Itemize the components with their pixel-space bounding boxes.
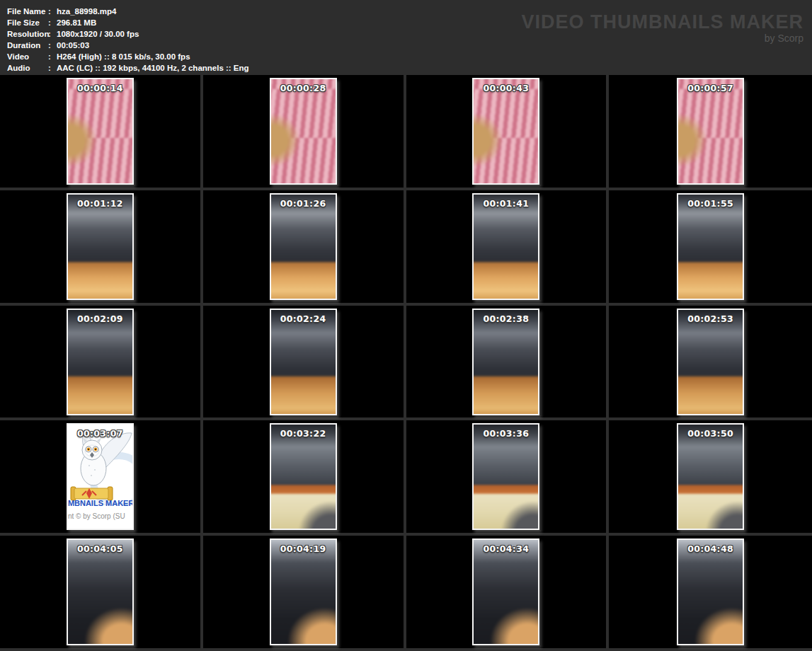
video-thumbnail: MBNAILS MAKER8 nt © by Scorp (SU 00:03:0…: [67, 423, 134, 530]
video-thumbnail: 00:01:55: [677, 193, 744, 300]
thumbnail-image: [270, 309, 337, 415]
meta-value: 296.81 MB: [57, 17, 96, 28]
thumbnail-image: [67, 309, 134, 415]
video-thumbnail: 00:00:43: [472, 78, 539, 185]
timestamp-overlay: 00:00:43: [474, 83, 538, 93]
video-thumbnail: 00:01:12: [67, 193, 134, 300]
timestamp-overlay: 00:02:53: [678, 313, 743, 324]
timestamp-overlay: 00:04:05: [68, 543, 132, 554]
grid-cell: 00:01:55: [609, 190, 812, 306]
timestamp-overlay: 00:02:09: [68, 313, 132, 324]
file-info: File Name : hza_88998.mp4 File Size : 29…: [7, 6, 249, 74]
file-info-row: File Name : hza_88998.mp4: [7, 6, 249, 17]
grid-cell: 00:02:53: [609, 306, 812, 421]
thumbnail-grid: 00:00:14 00:00:28 00:00:43 00:00:57 00:0…: [0, 75, 812, 651]
video-thumbnail: 00:02:38: [472, 309, 539, 415]
meta-value: H264 (High) :: 8 015 kb/s, 30.00 fps: [57, 51, 190, 62]
grid-cell: 00:02:38: [406, 306, 610, 421]
video-thumbnail: 00:01:41: [472, 193, 539, 300]
file-info-row: Resolution : 1080x1920 / 30.00 fps: [7, 28, 249, 40]
thumbnail-image: [472, 309, 539, 415]
meta-value: hza_88998.mp4: [57, 6, 116, 17]
timestamp-overlay: 00:01:26: [271, 198, 336, 209]
thumbnail-image: [472, 423, 539, 530]
timestamp-overlay: 00:03:07: [68, 428, 132, 439]
thumbnail-image: [270, 423, 337, 530]
meta-label: Resolution: [7, 28, 48, 40]
video-thumbnail: 00:04:05: [67, 538, 134, 645]
grid-cell: 00:00:14: [0, 75, 203, 190]
timestamp-overlay: 00:03:50: [678, 428, 743, 439]
timestamp-overlay: 00:01:55: [678, 198, 743, 209]
meta-colon: :: [48, 28, 57, 40]
video-thumbnail: 00:00:14: [67, 78, 134, 185]
meta-colon: :: [48, 51, 57, 62]
logo-text-line: MBNAILS MAKER8: [68, 499, 134, 507]
timestamp-overlay: 00:04:48: [678, 543, 743, 554]
video-thumbnail: 00:03:50: [677, 423, 744, 530]
video-thumbnail: 00:02:09: [67, 309, 134, 415]
timestamp-overlay: 00:02:38: [474, 313, 538, 324]
grid-cell: MBNAILS MAKER8 nt © by Scorp (SU 00:03:0…: [0, 420, 203, 536]
meta-label: Duration: [7, 40, 48, 51]
meta-label: Video: [7, 51, 48, 62]
grid-cell: 00:01:12: [0, 190, 203, 306]
meta-label: Audio: [7, 62, 48, 74]
meta-label: File Name: [7, 6, 48, 17]
thumbnail-image: [472, 193, 539, 300]
timestamp-overlay: 00:01:41: [474, 198, 538, 209]
thumbnail-image: [67, 193, 134, 300]
app-watermark: VIDEO THUMBNAILS MAKER by Scorp: [522, 13, 804, 44]
video-thumbnail: 00:00:28: [270, 78, 337, 185]
video-thumbnail: 00:02:53: [677, 309, 744, 415]
timestamp-overlay: 00:00:57: [678, 83, 743, 93]
thumbnail-image: [677, 193, 744, 300]
vtm-contact-sheet: File Name : hza_88998.mp4 File Size : 29…: [0, 0, 812, 651]
watermark-subtitle: by Scorp: [522, 33, 804, 44]
timestamp-overlay: 00:04:34: [474, 543, 538, 554]
grid-cell: 00:03:50: [609, 420, 812, 536]
video-thumbnail: 00:04:34: [472, 538, 539, 645]
thumbnail-image: [270, 78, 337, 185]
grid-cell: 00:04:05: [0, 536, 203, 651]
video-thumbnail: 00:02:24: [270, 309, 337, 415]
file-info-row: File Size : 296.81 MB: [7, 17, 249, 28]
meta-colon: :: [48, 17, 57, 28]
thumbnail-image: MBNAILS MAKER8 nt © by Scorp (SU: [68, 425, 132, 529]
video-thumbnail: 00:04:19: [270, 538, 337, 645]
thumbnail-image: [472, 78, 539, 185]
logo-text-copyright: nt © by Scorp (SU: [68, 512, 125, 520]
info-header: File Name : hza_88998.mp4 File Size : 29…: [0, 0, 812, 75]
meta-value: AAC (LC) :: 192 kbps, 44100 Hz, 2 channe…: [57, 62, 249, 74]
timestamp-overlay: 00:02:24: [271, 313, 336, 324]
meta-colon: :: [48, 62, 57, 74]
grid-cell: 00:02:09: [0, 306, 203, 421]
file-info-row: Audio : AAC (LC) :: 192 kbps, 44100 Hz, …: [7, 62, 249, 74]
thumbnail-image: [67, 538, 134, 645]
grid-cell: 00:00:28: [203, 75, 406, 190]
video-thumbnail: 00:01:26: [270, 193, 337, 300]
grid-cell: 00:04:48: [609, 536, 812, 651]
meta-value: 1080x1920 / 30.00 fps: [57, 28, 139, 40]
thumbnail-image: [67, 78, 134, 185]
thumbnail-image: [677, 423, 744, 530]
thumbnail-image: [270, 193, 337, 300]
timestamp-overlay: 00:03:36: [474, 428, 538, 439]
timestamp-overlay: 00:00:14: [68, 83, 132, 93]
meta-colon: :: [48, 40, 57, 51]
grid-cell: 00:01:41: [406, 190, 610, 306]
logo-text-main: MBNAILS MAKER: [68, 499, 134, 507]
watermark-title: VIDEO THUMBNAILS MAKER: [522, 13, 804, 31]
meta-label: File Size: [7, 17, 48, 28]
file-info-row: Video : H264 (High) :: 8 015 kb/s, 30.00…: [7, 51, 249, 62]
meta-colon: :: [48, 6, 57, 17]
timestamp-overlay: 00:01:12: [68, 198, 132, 209]
grid-cell: 00:03:36: [406, 420, 610, 536]
grid-cell: 00:00:57: [609, 75, 812, 190]
grid-cell: 00:03:22: [203, 420, 406, 536]
video-thumbnail: 00:00:57: [677, 78, 744, 185]
thumbnail-image: [677, 538, 744, 645]
grid-cell: 00:02:24: [203, 306, 406, 421]
grid-cell: 00:04:34: [406, 536, 610, 651]
video-thumbnail: 00:03:36: [472, 423, 539, 530]
